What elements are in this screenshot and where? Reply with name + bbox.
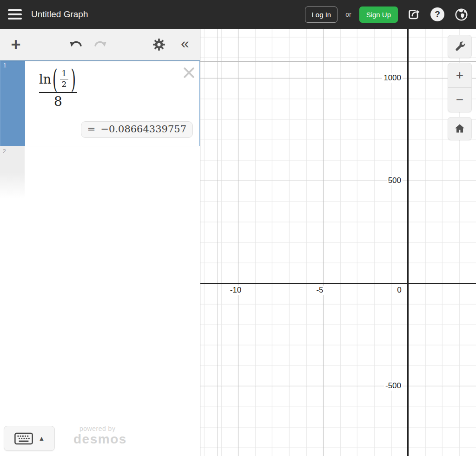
- inner-denominator: 2: [62, 79, 67, 89]
- expression-index: 1: [0, 61, 25, 69]
- graph-title[interactable]: Untitled Graph: [31, 9, 88, 20]
- graph-canvas[interactable]: 1000 500 -500 -10 -5 0 + −: [200, 29, 476, 456]
- caret-up-icon: ▲: [39, 435, 45, 442]
- zoom-controls: + −: [448, 63, 472, 112]
- keyboard-icon: [14, 432, 33, 445]
- log-in-button[interactable]: Log In: [305, 7, 337, 23]
- topbar-actions: Log In or Sign Up ?: [305, 7, 469, 23]
- sign-up-button[interactable]: Sign Up: [359, 7, 398, 23]
- language-globe-icon[interactable]: [453, 7, 469, 22]
- x-tick-neg10: -10: [229, 286, 243, 295]
- x-tick-neg5: -5: [315, 286, 324, 295]
- y-tick-1000: 1000: [382, 73, 403, 83]
- expression-index: 2: [0, 146, 25, 155]
- desmos-watermark: powered by desmos: [73, 425, 127, 446]
- y-tick-neg500: -500: [384, 381, 403, 391]
- expression-toolbar: +: [0, 29, 200, 60]
- main-menu-icon[interactable]: [8, 9, 22, 20]
- default-viewport-home-icon[interactable]: [448, 117, 472, 140]
- keyboard-toggle-button[interactable]: ▲: [4, 426, 55, 451]
- settings-gear-icon[interactable]: [148, 33, 170, 56]
- undo-icon[interactable]: [65, 33, 87, 56]
- result-value: −0.08664339757: [100, 124, 186, 135]
- delete-expression-icon[interactable]: [182, 66, 195, 79]
- expression-panel: +: [0, 29, 200, 456]
- add-expression-button[interactable]: +: [5, 33, 27, 56]
- math-expression: ln ( 1 2 ) 8: [39, 69, 77, 109]
- graph-settings-wrench-icon[interactable]: [448, 35, 472, 58]
- inner-numerator: 1: [60, 69, 69, 79]
- or-label: or: [345, 11, 351, 18]
- expression-gutter-1[interactable]: 1: [0, 61, 25, 146]
- collapse-panel-icon[interactable]: «: [174, 33, 196, 56]
- y-axis: [407, 29, 409, 456]
- denominator: 8: [54, 94, 62, 109]
- zoom-out-button[interactable]: −: [448, 88, 471, 112]
- zoom-in-button[interactable]: +: [448, 63, 471, 87]
- redo-icon[interactable]: [89, 33, 112, 56]
- expression-row-empty[interactable]: 2: [0, 146, 200, 204]
- right-paren: ): [71, 64, 76, 94]
- share-icon[interactable]: [406, 7, 422, 22]
- help-icon[interactable]: ?: [430, 7, 445, 22]
- equals-sign: =: [87, 124, 96, 135]
- x-axis: [200, 283, 476, 284]
- expression-row: 1 ln ( 1 2 ) 8: [0, 60, 200, 146]
- evaluation-result: =−0.08664339757: [81, 121, 193, 138]
- x-tick-0: 0: [396, 286, 403, 295]
- y-tick-500: 500: [387, 176, 403, 185]
- ln-function: ln: [39, 72, 51, 86]
- expression-input[interactable]: ln ( 1 2 ) 8 =−0.08664339757: [25, 61, 199, 146]
- expression-gutter-2: 2: [0, 146, 25, 204]
- topbar: Untitled Graph Log In or Sign Up ?: [0, 0, 476, 29]
- left-paren: (: [53, 64, 58, 94]
